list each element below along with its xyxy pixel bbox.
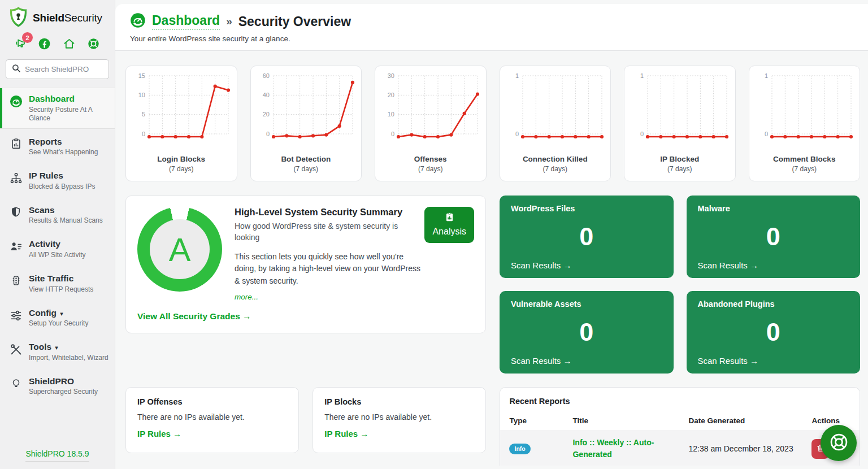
lifebuoy-icon <box>829 432 849 454</box>
svg-text:30: 30 <box>388 72 394 79</box>
sidebar-item-text: Site TrafficView HTTP Requests <box>29 273 93 294</box>
help-fab-button[interactable] <box>821 425 857 461</box>
scan-card-abandoned-plugins: Abandoned Plugins0Scan Results → <box>687 291 861 374</box>
search-input[interactable] <box>25 65 103 73</box>
traffic-light-icon <box>9 273 23 286</box>
sidebar: ShieldSecurity 2 DashboardSecurity Postu… <box>0 0 115 469</box>
sidebar-item-site-traffic[interactable]: Site TrafficView HTTP Requests <box>0 268 115 299</box>
scan-card-title: Abandoned Plugins <box>698 299 849 309</box>
scan-results-link[interactable]: Scan Results → <box>511 260 662 270</box>
person-list-icon <box>9 239 23 253</box>
lifebuoy-icon[interactable] <box>87 37 100 50</box>
svg-text:0: 0 <box>640 131 644 137</box>
ip-card-title: IP Offenses <box>137 397 287 406</box>
sidebar-item-dashboard[interactable]: DashboardSecurity Posture At A Glance <box>0 88 115 128</box>
sidebar-item-label: IP Rules <box>29 171 95 181</box>
sidebar-item-reports[interactable]: ReportsSee What's Happening <box>0 131 115 163</box>
breadcrumb-dashboard-link[interactable]: Dashboard <box>152 13 220 30</box>
chart-title: Connection Killed <box>523 155 588 163</box>
version-link[interactable]: ShieldPRO 18.5.9 <box>25 449 89 462</box>
chart-subtitle: (7 days) <box>294 165 318 173</box>
reports-column-date-generated: Date Generated <box>679 412 802 430</box>
ip-card-title: IP Blocks <box>324 397 474 406</box>
svg-text:0: 0 <box>142 131 145 137</box>
more-link[interactable]: more... <box>235 293 258 301</box>
line-chart: 10 <box>752 71 857 150</box>
stat-chart-card-ip-blocked: 10IP Blocked(7 days) <box>624 66 736 181</box>
stat-chart-card-bot-detection: 6040200Bot Detection(7 days) <box>250 66 362 181</box>
sidebar-item-sub: Setup Your Security <box>29 319 88 328</box>
search-box <box>6 59 109 79</box>
clipboard-chart-icon <box>9 137 23 150</box>
reports-column-type: Type <box>500 412 563 430</box>
view-all-grades-link[interactable]: View All Security Grades → <box>137 311 474 322</box>
ip-card-message: There are no IPs available yet. <box>137 412 287 422</box>
line-chart: 151050 <box>129 71 234 150</box>
megaphone-icon[interactable]: 2 <box>14 37 27 50</box>
sidebar-item-label: Activity <box>29 239 85 250</box>
sidebar-item-text: ReportsSee What's Happening <box>29 137 98 157</box>
sidebar-item-label: Config ▾ <box>29 308 88 319</box>
chart-title: Bot Detection <box>281 155 331 163</box>
reports-column-title: Title <box>563 412 679 430</box>
sidebar-item-ip-rules[interactable]: IP RulesBlocked & Bypass IPs <box>0 165 115 197</box>
info-badge: Info <box>509 444 530 454</box>
scan-results-link[interactable]: Scan Results → <box>511 356 662 366</box>
breadcrumb-separator: » <box>226 15 232 28</box>
content: 151050Login Blocks(7 days)6040200Bot Det… <box>115 51 868 469</box>
chevron-down-icon: ▾ <box>53 344 58 351</box>
svg-text:40: 40 <box>263 92 270 98</box>
svg-text:15: 15 <box>138 72 145 79</box>
sidebar-item-scans[interactable]: ScansResults & Manual Scans <box>0 199 115 231</box>
scan-results-link[interactable]: Scan Results → <box>698 260 849 270</box>
scan-card-count: 0 <box>511 213 662 260</box>
ip-rules-link[interactable]: IP Rules → <box>137 429 181 438</box>
sliders-icon <box>9 308 23 322</box>
svg-text:20: 20 <box>263 111 270 118</box>
chart-subtitle: (7 days) <box>792 165 817 173</box>
tools-icon <box>9 342 23 356</box>
sidebar-item-text: Tools ▾Import, Whitelabel, Wizard <box>29 342 108 362</box>
scan-card-title: WordPress Files <box>511 204 662 213</box>
grade-donut: A <box>137 207 235 302</box>
sidebar-item-activity[interactable]: ActivityAll WP Site Activity <box>0 233 115 265</box>
sidebar-quick-icons: 2 <box>0 31 115 56</box>
gauge-icon <box>9 94 23 108</box>
ip-rules-link[interactable]: IP Rules → <box>324 429 368 438</box>
brand-name: ShieldSecurity <box>33 12 102 24</box>
sidebar-item-tools[interactable]: Tools ▾Import, Whitelabel, Wizard <box>0 336 115 368</box>
ip-card-message: There are no IPs available yet. <box>324 412 474 422</box>
chart-title: Offenses <box>414 155 447 163</box>
line-chart: 6040200 <box>253 71 358 150</box>
report-title-link[interactable]: Info :: Weekly :: Auto-Generated <box>572 437 669 461</box>
sidebar-item-shieldpro[interactable]: ShieldPROSupercharged Security <box>0 371 115 402</box>
clipboard-chart-icon <box>444 212 455 225</box>
stat-chart-card-offenses: 3020100Offenses(7 days) <box>375 66 487 181</box>
notification-badge: 2 <box>22 32 33 43</box>
scan-cards-grid: WordPress Files0Scan Results →Malware0Sc… <box>500 196 860 374</box>
reports-table: TypeTitleDate GeneratedActions InfoInfo … <box>500 412 860 466</box>
scan-results-link[interactable]: Scan Results → <box>698 356 849 366</box>
svg-text:1: 1 <box>640 72 644 79</box>
scan-card-count: 0 <box>511 309 662 356</box>
scan-card-wordpress-files: WordPress Files0Scan Results → <box>500 196 674 278</box>
analysis-button[interactable]: Analysis <box>424 207 474 243</box>
ip-card-ip-blocks: IP BlocksThere are no IPs available yet.… <box>313 387 486 453</box>
svg-text:20: 20 <box>388 92 394 98</box>
home-icon[interactable] <box>63 37 76 50</box>
sidebar-item-label: Reports <box>29 137 98 147</box>
scan-card-count: 0 <box>698 213 849 260</box>
security-grade: A <box>169 231 191 268</box>
main-area: Dashboard » Security Overview Your entir… <box>115 0 868 469</box>
summary-body: This section lets you quickly see how we… <box>235 251 424 288</box>
svg-text:10: 10 <box>138 92 145 98</box>
shield-icon <box>9 205 23 218</box>
sidebar-item-sub: View HTTP Requests <box>29 285 93 294</box>
svg-text:0: 0 <box>266 131 270 137</box>
svg-text:5: 5 <box>142 111 145 118</box>
sidebar-item-config[interactable]: Config ▾Setup Your Security <box>0 302 115 334</box>
facebook-icon[interactable] <box>38 37 51 50</box>
report-date-cell: 12:38 am December 18, 2023 <box>679 430 802 466</box>
svg-text:0: 0 <box>765 131 768 137</box>
medal-icon <box>9 376 23 389</box>
